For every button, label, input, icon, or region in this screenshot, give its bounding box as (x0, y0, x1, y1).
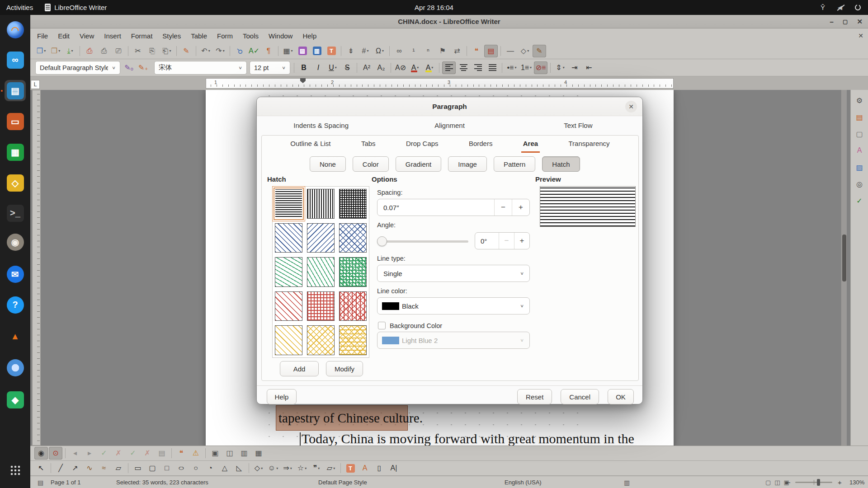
rectangle-icon[interactable]: ▭ (131, 462, 145, 474)
page-style-status[interactable]: Default Page Style (318, 476, 367, 488)
background-color-checkbox[interactable] (378, 322, 386, 329)
hatch-swatch[interactable] (305, 187, 337, 221)
strikethrough-icon[interactable]: S (340, 61, 354, 74)
close-window-icon[interactable]: ✕ (857, 18, 863, 26)
polygon-icon[interactable]: ▱ (112, 462, 125, 474)
sidebar-page-icon[interactable]: ▢ (853, 127, 866, 140)
dock-impress-icon[interactable]: ▭ (5, 111, 26, 132)
line-spacing-icon[interactable]: ⇕▾ (553, 61, 567, 74)
dropdown-arrow-icon[interactable]: ▾ (169, 49, 171, 53)
select-icon[interactable]: ↖ (34, 462, 48, 474)
tab-tabs[interactable]: Tabs (359, 136, 377, 153)
menu-window[interactable]: Window (264, 30, 297, 42)
angle-increase-icon[interactable]: + (514, 233, 529, 249)
basic-shapes-menu-icon[interactable]: ◇▾ (252, 462, 265, 474)
sidebar-navigator-icon[interactable]: ◎ (853, 178, 866, 190)
multi-page-view-icon[interactable]: ◫ (774, 479, 780, 486)
image-fill-button[interactable]: Image (448, 156, 487, 172)
print-preview-icon[interactable]: ⎚ (112, 45, 125, 57)
font-color-icon[interactable]: A▾ (408, 61, 422, 74)
sidebar-styles-icon[interactable]: A (853, 144, 866, 157)
dock-vscode-icon[interactable]: ∞ (5, 49, 26, 70)
special-character-icon[interactable]: Ω▾ (373, 45, 387, 57)
zoom-in-icon[interactable]: + (838, 476, 842, 488)
line-type-dropdown[interactable]: Single ∨ (377, 265, 530, 282)
line-arrow-icon[interactable]: ↗ (68, 462, 82, 474)
stars-banners-icon[interactable]: ☆▾ (295, 462, 309, 474)
book-icon[interactable]: ▥ (624, 476, 630, 488)
help-button[interactable]: Help (267, 389, 297, 404)
spacing-input[interactable]: 0.07″ (377, 204, 494, 211)
ok-button[interactable]: OK (608, 389, 634, 404)
dropdown-arrow-icon[interactable]: ▾ (208, 49, 210, 53)
numbered-list-icon[interactable]: 1≡▾ (519, 61, 533, 74)
dialog-titlebar[interactable]: Paragraph (257, 97, 642, 116)
dropdown-arrow-icon[interactable]: ▾ (58, 49, 60, 53)
no-list-icon[interactable]: ⊘≡ (534, 61, 547, 74)
hatch-swatch[interactable] (305, 289, 337, 324)
vertical-scrollbar[interactable] (841, 90, 847, 446)
comment-change-icon[interactable]: ❝ (175, 447, 188, 460)
close-document-icon[interactable]: ✕ (858, 32, 863, 39)
align-center-icon[interactable] (457, 61, 470, 74)
tab-borders[interactable]: Borders (467, 136, 495, 153)
dropdown-arrow-icon[interactable]: ▾ (333, 466, 335, 470)
angle-input[interactable]: 0° (475, 237, 499, 245)
clear-formatting-icon[interactable]: A⊘ (394, 61, 407, 74)
new-document-icon[interactable]: ❒▾ (34, 45, 48, 57)
print-icon[interactable]: ⎙ (97, 45, 111, 57)
sound-muted-icon[interactable]: ◀ (838, 4, 842, 11)
background-color-dropdown[interactable]: Light Blue 2 ∨ (377, 332, 530, 349)
dock-terminal-icon[interactable]: >_ (5, 202, 26, 224)
menu-tools[interactable]: Tools (238, 30, 264, 42)
color-fill-button[interactable]: Color (353, 156, 389, 172)
clock[interactable]: Apr 28 16:04 (0, 4, 868, 11)
right-triangle-icon[interactable]: ◺ (232, 462, 246, 474)
clone-formatting-icon[interactable]: ✎ (179, 45, 193, 57)
vertical-ruler[interactable] (32, 90, 41, 446)
dock-draw-icon[interactable]: ◇ (5, 172, 26, 193)
hatch-fill-button[interactable]: Hatch (542, 156, 580, 172)
page-break-icon[interactable]: ⇟ (344, 45, 358, 57)
modify-button[interactable]: Modify (326, 361, 363, 376)
sidebar-settings-icon[interactable]: ⚙ (853, 94, 866, 107)
frame-icon[interactable]: ▯ (373, 462, 386, 474)
dock-app-grid-icon[interactable] (5, 460, 26, 481)
highlight-color-icon[interactable]: A▾ (423, 61, 436, 74)
activities-button[interactable]: Activities (6, 4, 33, 11)
menu-file[interactable]: File (32, 30, 53, 42)
dropdown-arrow-icon[interactable]: ▾ (527, 49, 529, 53)
save-icon[interactable]: ⤓▾ (63, 45, 77, 57)
sidebar-properties-icon[interactable]: ▤ (853, 111, 866, 123)
hatch-swatch[interactable] (273, 323, 305, 357)
selected-paragraph[interactable]: tapestry of Chinese culture. (276, 405, 408, 431)
line-icon[interactable]: ╱ (54, 462, 67, 474)
hatch-swatch[interactable] (305, 221, 337, 255)
power-icon[interactable] (855, 5, 861, 10)
insert-table-icon[interactable]: ▦▾ (281, 45, 295, 57)
dropdown-arrow-icon[interactable]: ▾ (261, 466, 263, 470)
menu-insert[interactable]: Insert (99, 30, 126, 42)
menu-format[interactable]: Format (126, 30, 158, 42)
formatting-marks-icon[interactable]: ¶ (262, 45, 275, 57)
add-button[interactable]: Add (280, 361, 319, 376)
angle-slider-handle[interactable] (377, 236, 387, 246)
redo-icon[interactable]: ↷▾ (213, 45, 227, 57)
underline-icon[interactable]: U▾ (326, 61, 340, 74)
bold-icon[interactable]: B (297, 61, 311, 74)
tab-text-flow[interactable]: Text Flow (514, 118, 642, 132)
hatch-swatch[interactable] (337, 255, 369, 289)
dropdown-arrow-icon[interactable]: ▾ (276, 466, 278, 470)
angle-slider[interactable] (378, 240, 468, 243)
cross-reference-icon[interactable]: ⇄ (450, 45, 464, 57)
square-icon[interactable]: □ (160, 462, 174, 474)
word-count-status[interactable]: Selected: 35 words, 223 characters (116, 476, 208, 488)
menu-view[interactable]: View (75, 30, 99, 42)
single-page-view-icon[interactable]: ▢ (765, 479, 771, 486)
maximize-icon[interactable]: ▢ (843, 19, 848, 25)
footnote-icon[interactable]: ¹ (407, 45, 420, 57)
text-box-icon[interactable]: T (344, 462, 357, 474)
endnote-icon[interactable]: ⁿ (421, 45, 435, 57)
zoom-slider[interactable] (795, 482, 832, 483)
paste-icon[interactable]: ⎗▾ (160, 45, 174, 57)
